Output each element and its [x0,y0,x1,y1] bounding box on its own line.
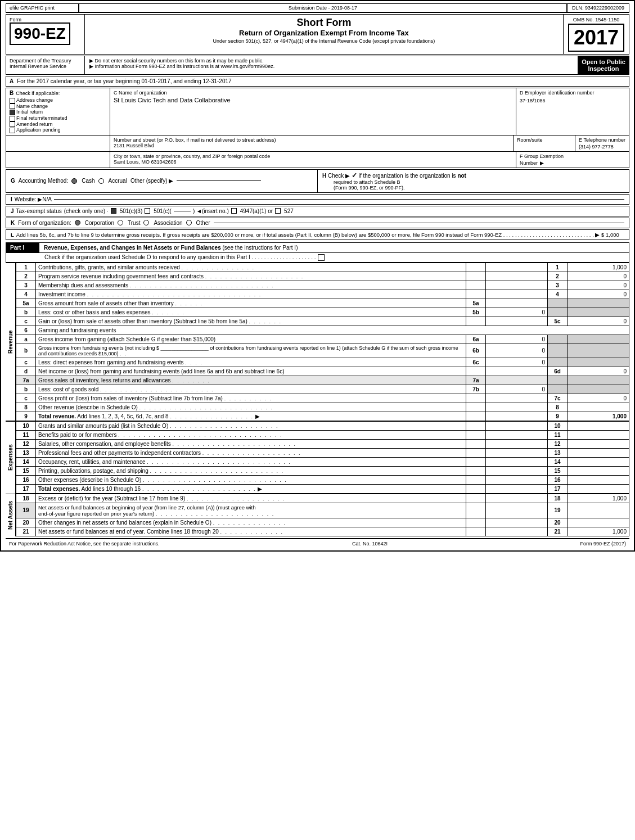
omb-label: OMB No. 1545-1150 [568,17,624,22]
accrual-label: Accrual [109,178,127,184]
other-radio[interactable] [186,220,192,225]
part1-see-instructions: (see the instructions for Part I) [223,245,298,251]
corp-radio[interactable] [75,220,80,225]
revenue-section-label: Revenue [6,263,16,421]
table-row: 15 Printing, publications, postage, and … [16,466,629,475]
trust-label: Trust [128,220,140,226]
cash-radio[interactable] [71,178,77,184]
other-k-label: Other [196,220,210,226]
name-change-checkbox[interactable] [10,103,15,109]
efile-label: efile GRAPHIC print [6,3,79,12]
cash-label: Cash [82,178,94,184]
section-b-label: B [10,90,13,96]
section-i-label: I [11,196,12,202]
group-exempt-label: F Group Exemption [520,153,625,159]
part1-checkbox[interactable] [318,254,325,261]
table-row: 13 Professional fees and other payments … [16,448,629,457]
initial-return-checkbox[interactable] [10,110,15,115]
table-row: 14 Occupancy, rent, utilities, and maint… [16,457,629,466]
cat-label: Cat. No. 10642I [352,541,388,547]
ein-value: 37-18/1086 [520,98,625,103]
address-change-checkbox[interactable] [10,98,15,103]
org-name: St Louis Civic Tech and Data Collaborati… [114,97,512,103]
status-501c-checkbox[interactable] [145,208,150,214]
part1-check-text: Check if the organization used Schedule … [44,254,316,260]
table-row: 7a Gross sales of inventory, less return… [16,376,629,385]
status-527-checkbox[interactable] [275,208,281,214]
expenses-section-label: Expenses [6,421,16,494]
table-row: d Net income or (loss) from gaming and f… [16,367,629,376]
subtitle: Under section 501(c), 527, or 4947(a)(1)… [89,38,559,44]
room-label: Room/suite [517,137,571,143]
table-row: b Less: cost of goods sold . . . . . . .… [16,385,629,394]
final-return-label: Final return/terminated [16,115,67,121]
application-pending-checkbox[interactable] [10,128,15,133]
status-501c-label: 501(c)( [154,208,172,214]
status-501c3-checkbox[interactable] [111,208,116,214]
required-text: required to attach Schedule B [334,179,400,185]
accrual-radio[interactable] [98,178,104,184]
section-a-text: For the 2017 calendar year, or tax year … [17,78,170,84]
table-row: 8 Other revenue (describe in Schedule O)… [16,403,629,412]
table-row: 12 Salaries, other compensation, and emp… [16,439,629,448]
table-row: 18 Excess or (deficit) for the year (Sub… [16,494,629,503]
website-blank [54,199,624,200]
status-527-label: 527 [284,208,294,214]
insert-label: ) ◄(insert no.) [193,208,229,214]
table-row: b Gross income from fundraising events (… [16,344,629,358]
phone-label: E Telephone number [579,137,625,143]
other-label: Other (specify) ▶ [130,178,173,184]
form-prefix-label: Form [10,17,21,22]
amended-return-checkbox[interactable] [10,121,15,127]
status-4947-checkbox[interactable] [231,208,237,214]
part1-label: Part I [6,242,39,253]
if-text: if the organization is [359,173,409,179]
section-g-label: G [11,178,15,184]
submission-date: Submission Date - 2019-08-17 [79,3,567,12]
dept2: Internal Revenue Service [10,64,81,69]
year-label: 2017 [568,24,624,52]
table-row: a Gross income from gaming (attach Sched… [16,335,629,344]
table-row: 21 Net assets or fund balances at end of… [16,527,629,536]
is-not-text: the organization is not [410,173,466,179]
section-l-label: L [11,232,14,238]
address-label: Number and street (or P.O. box, if mail … [114,137,510,143]
form-number: 990-EZ [10,22,70,45]
check-only-label: (check only one) · [64,208,109,214]
table-row: 2 Program service revenue including gove… [16,272,629,281]
checkmark-h: ✓ [352,171,357,179]
section-a-label: A [10,78,13,84]
address-change-label: Address change [16,97,53,103]
instruction1: ▶ Do not enter social security numbers o… [89,58,573,64]
table-row: 10 Grants and similar amounts paid (list… [16,421,629,430]
net-assets-section-label: Net Assets [6,494,16,536]
amended-return-label: Amended return [16,121,53,127]
application-pending-label: Application pending [16,127,61,133]
city-label: City or town, state or province, country… [114,153,512,159]
table-row: c Less: direct expenses from gaming and … [16,358,629,367]
short-form-title: Short Form [89,17,559,29]
check-applicable-label: Check if applicable: [16,91,60,96]
table-row: 9 Total revenue. Add lines 1, 2, 3, 4, 5… [16,412,629,421]
table-row: 16 Other expenses (describe in Schedule … [16,475,629,484]
table-row: 11 Benefits paid to or for members . . .… [16,430,629,439]
table-row: 4 Investment income . . . . . . . . . . … [16,290,629,299]
form-footer-label: Form 990-EZ (2017) [580,541,626,547]
section-j-label: J [11,208,14,214]
status-4947-label: 4947(a)(1) or [240,208,273,214]
dln-number: DLN: 93492229002009 [567,3,629,12]
insert-blank [174,211,191,211]
inspection-label: Inspection [582,65,625,72]
c-label: C Name of organization [114,90,512,96]
tax-exempt-label: Tax-exempt status [16,208,62,214]
other-specify-blank [177,180,261,181]
phone-value: (314) 977-2778 [579,144,625,150]
initial-return-label: Initial return [16,109,43,115]
trust-radio[interactable] [118,220,123,225]
other-k-blank [214,223,624,223]
final-return-checkbox[interactable] [10,116,15,121]
table-row: b Less: cost or other basis and sales ex… [16,308,629,317]
assoc-radio[interactable] [143,220,149,225]
website-text: Website: ▶N/A [15,196,52,202]
paperwork-label: For Paperwork Reduction Act Notice, see … [9,541,160,547]
